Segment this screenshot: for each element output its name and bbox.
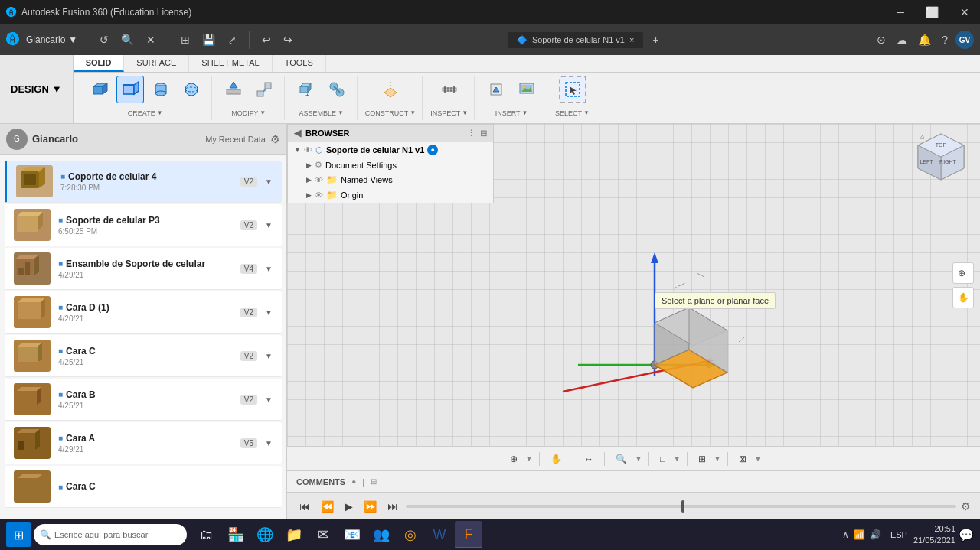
version-arrow-3[interactable]: ▼ [265, 308, 273, 317]
insert-insert-button[interactable] [482, 76, 510, 103]
version-arrow-0[interactable]: ▼ [265, 177, 273, 186]
sidebar-item-cara-c-1[interactable]: ■ Cara C 4/25/21 V2 ▼ [5, 335, 282, 377]
doc-settings-arrow[interactable]: ▶ [306, 161, 312, 169]
question-icon[interactable]: ? [939, 31, 951, 49]
sidebar-item-ensamble[interactable]: ■ Ensamble de Soporte de celular 4/29/21… [5, 248, 282, 290]
version-arrow-4[interactable]: ▼ [265, 352, 273, 360]
named-views-arrow[interactable]: ▶ [306, 176, 312, 184]
tray-network-icon[interactable]: 📶 [854, 529, 865, 540]
vt-arrow-4[interactable]: ▼ [714, 454, 721, 463]
vt-arrow-5[interactable]: ▼ [754, 454, 762, 463]
origin-visibility-icon[interactable]: 👁 [315, 190, 323, 200]
create-sketch-button[interactable] [116, 76, 144, 103]
maximize-button[interactable]: ⬜ [921, 5, 943, 20]
taskbar-mail-icon[interactable]: ✉ [309, 521, 337, 548]
viewcube[interactable]: RIGHT LEFT TOP ⌂ [914, 130, 968, 184]
taskbar-store-icon[interactable]: 🏪 [222, 521, 250, 548]
named-views-visibility-icon[interactable]: 👁 [315, 175, 323, 184]
orbit-tool-button[interactable]: ⊕ [505, 452, 522, 466]
new-tab-button[interactable]: + [649, 31, 662, 49]
taskbar-edge-icon[interactable]: 🌐 [251, 521, 279, 548]
avatar[interactable]: GV [956, 31, 974, 49]
taskbar-folder-icon[interactable]: 📁 [280, 521, 308, 548]
browser-item-origin[interactable]: ▶ 👁 📁 Origin [288, 187, 493, 203]
environment-button[interactable]: ⊠ [734, 452, 751, 466]
origin-arrow[interactable]: ▶ [306, 191, 312, 199]
version-arrow-6[interactable]: ▼ [265, 439, 273, 447]
cloud-icon[interactable]: ☁ [893, 31, 910, 49]
create-sphere-button[interactable] [178, 76, 205, 103]
refresh-icon[interactable]: ↺ [96, 31, 112, 49]
assemble-joint-button[interactable] [323, 76, 351, 103]
create-cylinder-button[interactable] [147, 76, 175, 103]
zoom-button[interactable]: 🔍 [611, 452, 632, 466]
browser-collapse-button[interactable]: ◀ [294, 128, 301, 138]
orbit-button[interactable]: ⊕ [952, 262, 974, 284]
tab-close-button[interactable]: × [629, 35, 634, 44]
comments-expand-icon[interactable]: ⊟ [371, 477, 377, 486]
minimize-button[interactable]: ─ [892, 5, 909, 20]
vt-arrow-2[interactable]: ▼ [635, 454, 642, 463]
tab-surface[interactable]: SURFACE [124, 55, 189, 72]
redo-icon[interactable]: ↪ [280, 31, 296, 49]
timeline-slider[interactable] [406, 505, 956, 508]
modify-press-pull-button[interactable] [220, 76, 247, 103]
sidebar-item-soporte-p3[interactable]: ■ Soporte de celular P3 6:50:25 PM V2 ▼ [5, 204, 282, 246]
taskbar-datetime[interactable]: 20:51 21/05/2021 [913, 523, 956, 547]
version-arrow-1[interactable]: ▼ [265, 221, 273, 229]
taskbar-explorer-icon[interactable]: 🗂 [193, 521, 220, 548]
display-mode-button[interactable]: □ [655, 452, 670, 466]
vt-arrow-1[interactable]: ▼ [525, 454, 533, 463]
pan-tool-button[interactable]: ✋ [546, 452, 567, 466]
start-button[interactable]: ⊞ [6, 522, 31, 547]
active-tab[interactable]: 🔷 Soporte de celular N1 v1 × [508, 32, 644, 48]
viewport-canvas[interactable]: ◀ BROWSER ⋮ ⊟ ▼ 👁 ⬡ Soporte de celular N… [287, 124, 980, 446]
assemble-new-component-button[interactable]: + [292, 76, 320, 103]
design-dropdown[interactable]: DESIGN ▼ [0, 55, 74, 123]
taskbar-mail2-icon[interactable]: 📧 [338, 521, 366, 548]
browser-item-named-views[interactable]: ▶ 👁 📁 Named Views [288, 172, 493, 187]
timeline-last-button[interactable]: ⏭ [384, 499, 401, 514]
version-arrow-2[interactable]: ▼ [265, 265, 273, 273]
tray-volume-icon[interactable]: 🔊 [870, 529, 881, 540]
timeline-settings-icon[interactable]: ⚙ [961, 500, 971, 513]
construct-plane-button[interactable] [377, 76, 404, 103]
doc-settings-visibility-icon[interactable]: ⚙ [315, 160, 322, 170]
grid-icon[interactable]: ⊞ [178, 31, 193, 49]
share-icon[interactable]: ⤤ [224, 31, 240, 49]
grid-button[interactable]: ⊞ [694, 452, 710, 466]
browser-options-icon[interactable]: ⋮ [467, 129, 475, 138]
create-box-button[interactable] [86, 76, 113, 103]
search-icon[interactable]: 🔍 [118, 31, 137, 49]
tab-sheet-metal[interactable]: SHEET METAL [189, 55, 272, 72]
taskbar-search[interactable]: 🔍 Escribe aquí para buscar [34, 524, 187, 545]
sidebar-item-cara-c-2[interactable]: ■ Cara C [5, 466, 282, 508]
help-circle-icon[interactable]: ⊙ [874, 31, 889, 49]
browser-expand-icon[interactable]: ⊟ [480, 129, 487, 138]
tab-tools[interactable]: TOOLS [273, 55, 326, 72]
taskbar-word-icon[interactable]: W [426, 521, 453, 548]
insert-canvas-button[interactable] [513, 76, 541, 103]
close-search-icon[interactable]: ✕ [143, 31, 158, 49]
tab-solid[interactable]: SOLID [74, 55, 125, 72]
sidebar-settings-icon[interactable]: ⚙ [270, 133, 280, 145]
taskbar-chrome-icon[interactable]: ◎ [397, 521, 424, 548]
vt-arrow-3[interactable]: ▼ [673, 454, 681, 463]
root-collapse-arrow[interactable]: ▼ [294, 146, 301, 154]
taskbar-notification-icon[interactable]: 💬 [959, 528, 974, 542]
save-icon[interactable]: 💾 [199, 31, 218, 49]
sidebar-item-cara-a[interactable]: ■ Cara A 4/29/21 V5 ▼ [5, 422, 282, 464]
timeline-prev-button[interactable]: ⏪ [318, 499, 337, 514]
user-menu[interactable]: Giancarlo ▼ [26, 34, 77, 45]
taskbar-fusion-icon[interactable]: F [455, 521, 482, 548]
select-button[interactable] [559, 76, 586, 103]
timeline-first-button[interactable]: ⏮ [296, 499, 313, 514]
timeline-play-button[interactable]: ▶ [341, 499, 356, 514]
pan-button[interactable]: ✋ [952, 287, 974, 308]
timeline-next-button[interactable]: ⏩ [361, 499, 380, 514]
design-button[interactable]: DESIGN ▼ [6, 80, 67, 98]
inspect-measure-button[interactable] [436, 76, 463, 103]
close-button[interactable]: ✕ [956, 5, 974, 20]
root-visibility-icon[interactable]: 👁 [304, 145, 312, 155]
undo-icon[interactable]: ↩ [259, 31, 274, 49]
